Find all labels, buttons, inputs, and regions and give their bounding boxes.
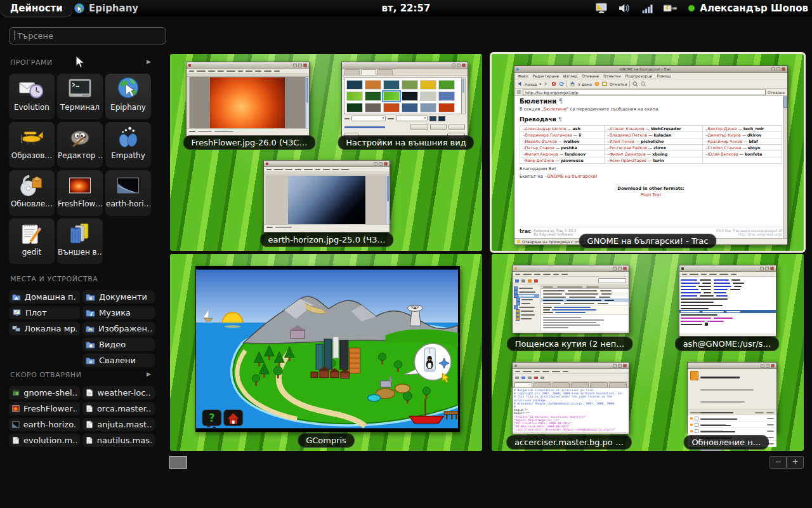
- gcompris-scene: ?: [196, 269, 458, 429]
- app-tile-label: FreshFlow…: [58, 199, 102, 208]
- app-tile-epiphany[interactable]: Epiphany: [105, 74, 151, 119]
- recent-expand-icon[interactable]: ▶: [147, 371, 151, 377]
- recent-item-freshflower[interactable]: FreshFlower…: [9, 402, 80, 415]
- app-tile-gimp[interactable]: Редактор …: [57, 122, 103, 168]
- place-item-downloads[interactable]: Свалени: [82, 354, 155, 367]
- title-bar: GNOME на български! - Trac: [514, 66, 787, 73]
- app-tile-label: Evolution: [14, 103, 49, 112]
- trac-heading-translators: Преводачи ¶: [520, 116, 782, 123]
- window-caption: GCompris: [298, 433, 355, 448]
- tab-strip: [513, 382, 629, 388]
- place-item-videos[interactable]: Видео: [82, 338, 155, 351]
- workspace-2[interactable]: GNOME на български! - Trac ФайлРедактира…: [492, 54, 804, 251]
- url-field: http://fsa-bg.org/project/gtp: [523, 90, 766, 95]
- workspace-4[interactable]: # Bulgarian translation of accerciser po…: [492, 254, 804, 451]
- app-tile-software-update[interactable]: Обновле…: [9, 170, 55, 216]
- app-tile-gedit[interactable]: gedit: [9, 218, 55, 264]
- recent-item-nautilus-po[interactable]: nautilus.mas…: [82, 434, 155, 447]
- menu-bar: [264, 167, 390, 172]
- place-item-documents[interactable]: Документи: [82, 290, 155, 304]
- empathy-icon: [114, 123, 142, 151]
- freshflower-thumbnail: [66, 171, 94, 199]
- gcompris-help-button[interactable]: ?: [209, 411, 215, 424]
- window-epiphany-trac[interactable]: GNOME на български! - Trac ФайлРедактира…: [514, 65, 788, 245]
- recent-item-gnome-shell[interactable]: gnome-shel…: [9, 386, 80, 399]
- app-menu[interactable]: Epiphany: [74, 0, 138, 17]
- toolbar: [513, 374, 629, 382]
- recent-label: gnome-shel…: [23, 388, 77, 398]
- app-tile-evolution[interactable]: Evolution: [9, 74, 55, 119]
- menu-bar: [513, 272, 629, 277]
- trac-thanks: Благодарим Ви!: [520, 166, 782, 171]
- biplane-icon: [18, 123, 46, 151]
- app-tile-freshflower[interactable]: FreshFlow…: [57, 170, 103, 216]
- user-menu[interactable]: Александър Шопов: [688, 3, 808, 14]
- place-item-desktop[interactable]: Плот: [9, 306, 80, 319]
- workspace-3[interactable]: ? GCompris: [170, 254, 482, 451]
- window-terminal[interactable]: [679, 265, 776, 337]
- title-bar: [688, 363, 776, 369]
- window-evolution-inbox[interactable]: [512, 265, 629, 333]
- user-name: Александър Шопов: [700, 3, 808, 14]
- recent-label: nautilus.mas…: [97, 436, 152, 445]
- workspace-add-placeholder[interactable]: [169, 456, 187, 469]
- place-label: Домашна п…: [25, 292, 77, 302]
- place-item-music[interactable]: Музика: [82, 306, 155, 319]
- recent-label: FreshFlower…: [23, 404, 77, 413]
- recent-item-earth-horizon[interactable]: earth-horizo…: [9, 418, 80, 431]
- volume-icon[interactable]: [619, 3, 632, 14]
- table-row: →Филип Андонов — fandonov →Филип Димитро…: [520, 151, 782, 157]
- display-settings-icon[interactable]: [595, 3, 609, 14]
- app-tile-appearance[interactable]: Външен в…: [57, 218, 103, 264]
- clock[interactable]: вт, 22:57: [382, 0, 431, 17]
- programs-section-title: ПРОГРАМИ: [10, 58, 53, 67]
- window-gimp-earth[interactable]: [263, 160, 390, 232]
- app-tile-gcompris[interactable]: Образов…: [9, 122, 55, 168]
- activities-button[interactable]: Дейности: [0, 0, 73, 17]
- table-row: →Владимира Гиргинова — ii →Владимир Петк…: [520, 132, 782, 138]
- browser-menu-bar: ФайлРедактиранеИзглед ОтиванеОтметкиПодп…: [514, 73, 787, 79]
- recent-item-anjuta-po[interactable]: anjuta.mast…: [82, 418, 155, 431]
- appearance-icon: [66, 220, 94, 248]
- window-software-updates[interactable]: [687, 362, 777, 433]
- app-tile-empathy[interactable]: Empathy: [105, 122, 151, 168]
- recent-item-evolution-po[interactable]: evolution.m…: [9, 434, 80, 447]
- text-document-icon: [12, 436, 20, 444]
- table-row: →Александър Шопов — ash →Атанас Кошаров …: [520, 126, 782, 132]
- app-tile-label: Epiphany: [110, 103, 146, 112]
- top-bar: Дейности Epiphany вт, 22:57: [0, 0, 812, 17]
- app-tile-label: Редактор …: [58, 151, 102, 160]
- search-input[interactable]: [9, 27, 166, 44]
- user-status-icon: [688, 4, 695, 12]
- epiphany-icon: [114, 75, 142, 103]
- place-item-pictures[interactable]: Изображен…: [82, 322, 155, 335]
- app-tile-label: earth-hori…: [106, 199, 150, 208]
- terminal-icon: [66, 75, 94, 103]
- window-appearance-prefs[interactable]: [341, 62, 468, 137]
- trac-page-content: Бюлетини ¶ В секция „Бюлетини“ са период…: [514, 96, 787, 238]
- documents-folder-icon: [86, 293, 95, 301]
- place-item-home[interactable]: Домашна п…: [9, 290, 80, 304]
- add-workspace-button[interactable]: +: [787, 456, 804, 469]
- app-tile-label: gedit: [22, 248, 42, 257]
- battery-icon[interactable]: [663, 3, 678, 14]
- place-item-local-network[interactable]: Локална мр…: [9, 322, 80, 335]
- window-gcompris[interactable]: ?: [195, 266, 460, 432]
- title-bar: [679, 265, 776, 272]
- table-row: →Ивайло Вълков — ivalkov →Илия Пенев — p…: [520, 138, 782, 145]
- window-gimp-freshflower[interactable]: [186, 62, 310, 137]
- place-label: Документи: [99, 292, 147, 302]
- recent-item-weather-locations[interactable]: weather-loc…: [82, 386, 155, 399]
- recent-item-orca-po[interactable]: orca.master.…: [82, 402, 155, 415]
- window-gedit-accerciser-po[interactable]: # Bulgarian translation of accerciser po…: [512, 362, 629, 434]
- programs-expand-icon[interactable]: ▶: [147, 58, 151, 65]
- app-tile-terminal[interactable]: Терминал: [57, 74, 103, 119]
- home-folder-icon: [12, 293, 21, 301]
- place-label: Видео: [99, 340, 126, 349]
- workspace-1[interactable]: FreshFlower.jpg-26.0 (ЧЗС… Настройки на …: [170, 54, 482, 251]
- recent-label: earth-horizo…: [23, 420, 77, 429]
- remove-workspace-button[interactable]: −: [769, 456, 787, 469]
- gedit-icon: [18, 220, 46, 248]
- network-signal-icon[interactable]: [642, 3, 653, 14]
- app-tile-earth-horizon[interactable]: earth-hori…: [105, 170, 151, 216]
